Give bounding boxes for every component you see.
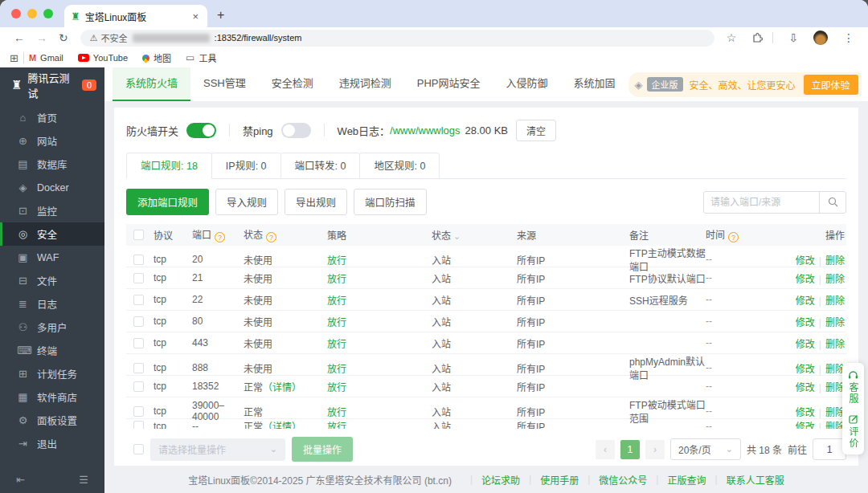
close-window-button[interactable] [11, 9, 21, 18]
status-detail-link[interactable]: （详情） [263, 382, 301, 393]
sidebar-header[interactable]: ♜ 腾讯云测试 0 [0, 67, 104, 103]
rule-tab[interactable]: IP规则: 0 [211, 153, 281, 179]
new-tab-button[interactable]: + [217, 8, 224, 22]
row-checkbox[interactable] [133, 295, 144, 305]
footer-link[interactable]: 论坛求助 [481, 473, 520, 487]
footer-link[interactable]: 联系人工客服 [727, 473, 784, 487]
extensions-icon[interactable] [751, 32, 763, 43]
reload-icon[interactable]: ↻ [59, 31, 68, 44]
sidebar-item[interactable]: ▤ 数据库 [0, 153, 104, 176]
filter-caret-icon[interactable]: ⌄ [453, 231, 461, 241]
batch-apply-button[interactable]: 批量操作 [292, 437, 353, 462]
sidebar-item[interactable]: ⌂ 首页 [0, 106, 104, 129]
security-tab[interactable]: 系统防火墙 [113, 67, 190, 101]
cell-remark[interactable]: FTP协议默认端口 [629, 271, 706, 285]
feedback-button[interactable]: 评价 [846, 414, 860, 449]
address-bar[interactable]: ⚠ 不安全 :18352/firewall/system [80, 30, 714, 47]
menu-kebab-icon[interactable]: ⋮ [843, 31, 854, 44]
footer-link[interactable]: 正版查询 [667, 473, 706, 487]
current-page[interactable]: 1 [620, 440, 640, 459]
forward-icon[interactable]: → [36, 31, 47, 44]
next-page-button[interactable]: › [645, 440, 665, 459]
profile-avatar[interactable] [813, 31, 828, 45]
sidebar-item[interactable]: ◈ Docker [0, 176, 104, 199]
security-tab[interactable]: 违规词检测 [326, 67, 404, 101]
status-detail-link[interactable]: （详情） [263, 422, 301, 429]
port-scan-protect-button[interactable]: 端口防扫描 [354, 189, 427, 215]
cell-remark[interactable]: phpMyAdmin默认端口 [629, 354, 706, 381]
prev-page-button[interactable]: ‹ [596, 440, 615, 459]
row-checkbox[interactable] [133, 338, 144, 348]
edit-link[interactable]: 修改 [796, 422, 815, 429]
sidebar-item[interactable]: ▣ WAF [0, 246, 104, 269]
add-port-rule-button[interactable]: 添加端口规则 [126, 189, 209, 215]
edit-link[interactable]: 修改 [796, 255, 815, 267]
rule-tab[interactable]: 端口规则: 18 [126, 153, 212, 179]
apps-grid-icon[interactable]: ⊞ [10, 52, 18, 64]
edit-link[interactable]: 修改 [796, 295, 815, 307]
sidebar-item[interactable]: ≣ 日志 [0, 292, 104, 316]
row-checkbox[interactable] [133, 273, 144, 283]
edit-link[interactable]: 修改 [796, 382, 815, 393]
browser-tab[interactable]: ♜ 宝塔Linux面板 × [64, 5, 207, 27]
row-checkbox[interactable] [133, 381, 144, 392]
footer-link[interactable]: 微信公众号 [599, 473, 647, 487]
maximize-window-button[interactable] [43, 9, 53, 18]
customer-service-button[interactable]: 客服 [846, 370, 860, 405]
row-checkbox[interactable] [133, 316, 144, 327]
delete-link[interactable]: 删除 [825, 317, 845, 328]
downloads-icon[interactable]: ⇩ [788, 31, 798, 44]
security-tab[interactable]: 入侵防御 [493, 67, 561, 101]
close-tab-icon[interactable]: × [190, 10, 201, 22]
import-rules-button[interactable]: 导入规则 [215, 189, 278, 215]
back-icon[interactable]: ← [14, 31, 25, 44]
delete-link[interactable]: 删除 [825, 255, 845, 267]
security-tab[interactable]: PHP网站安全 [404, 67, 493, 101]
weblog-path-link[interactable]: /www/wwwlogs [390, 124, 460, 136]
sidebar-item[interactable]: ⚙ 面板设置 [0, 409, 104, 432]
edit-link[interactable]: 修改 [796, 364, 815, 375]
cell-remark[interactable]: FTP被动模式端口范围 [629, 397, 706, 425]
edit-link[interactable]: 修改 [796, 317, 815, 328]
cell-remark[interactable]: FTP主动模式数据端口 [629, 246, 706, 273]
delete-link[interactable]: 删除 [825, 295, 845, 307]
sidebar-item[interactable]: ⊞ 计划任务 [0, 362, 104, 385]
search-input[interactable] [704, 197, 819, 208]
sidebar-item[interactable]: ▦ 软件商店 [0, 385, 104, 409]
sidebar-item[interactable]: ⊡ 监控 [0, 199, 104, 222]
export-rules-button[interactable]: 导出规则 [285, 189, 347, 215]
row-checkbox[interactable] [133, 421, 144, 429]
sidebar-item[interactable]: ◎ 安全 [0, 222, 104, 246]
row-checkbox[interactable] [133, 255, 144, 265]
help-icon[interactable]: ? [728, 232, 739, 242]
sidebar-item[interactable]: ⊕ 网站 [0, 129, 104, 153]
batch-select-all-checkbox[interactable] [133, 444, 144, 454]
sidebar-item[interactable]: ⇥ 退出 [0, 432, 104, 455]
message-count-badge[interactable]: 0 [82, 79, 96, 91]
delete-link[interactable]: 删除 [825, 339, 845, 350]
ping-toggle[interactable] [281, 123, 311, 138]
help-icon[interactable]: ? [266, 232, 276, 242]
search-button[interactable] [819, 192, 845, 213]
delete-link[interactable]: 删除 [825, 274, 845, 285]
batch-action-select[interactable]: 请选择批量操作 ⌄ [150, 438, 285, 461]
minimize-window-button[interactable] [27, 9, 37, 18]
bookmark-maps[interactable]: 地图 [142, 51, 171, 64]
footer-link[interactable]: 使用手册 [540, 473, 579, 487]
bookmark-star-icon[interactable]: ☆ [727, 31, 737, 44]
try-now-button[interactable]: 立即体验 [804, 75, 858, 95]
goto-page-input[interactable] [813, 438, 846, 460]
rule-tab[interactable]: 端口转发: 0 [280, 153, 361, 179]
edit-link[interactable]: 修改 [796, 274, 815, 285]
row-checkbox[interactable] [133, 363, 144, 373]
cell-remark[interactable]: SSH远程服务 [629, 293, 706, 307]
sidebar-item[interactable]: ⊟ 文件 [0, 269, 104, 292]
row-checkbox[interactable] [133, 406, 144, 417]
edit-link[interactable]: 修改 [796, 407, 815, 418]
sidebar-item[interactable]: ⚇ 多用户 [0, 316, 104, 339]
security-tab[interactable]: SSH管理 [190, 67, 259, 101]
sidebar-item[interactable]: ⌨ 终端 [0, 339, 104, 362]
menu-list-icon[interactable]: ☰ [79, 474, 88, 486]
rule-tab[interactable]: 地区规则: 0 [359, 153, 440, 179]
clear-log-button[interactable]: 清空 [516, 120, 556, 141]
